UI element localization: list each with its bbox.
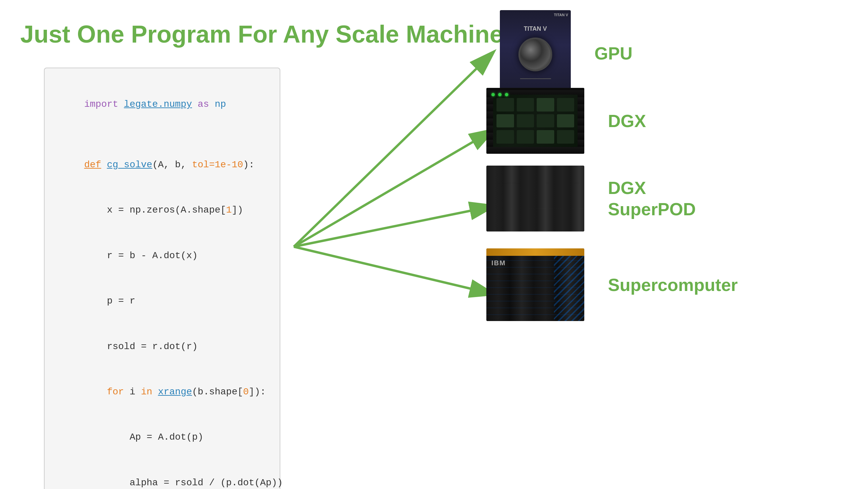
svg-line-1 <box>294 52 493 247</box>
code-line-for: for i in xrange(b.shape[0]): <box>61 369 263 415</box>
code-line-def: def cg_solve(A, b, tol=1e-10): <box>61 142 263 188</box>
svg-line-4 <box>294 247 493 294</box>
svg-line-2 <box>294 130 493 247</box>
code-line-ap: Ap = A.dot(p) <box>61 415 263 460</box>
code-line-r: r = b - A.dot(x) <box>61 233 263 278</box>
gpu-label: GPU <box>594 43 633 64</box>
code-line-x: x = np.zeros(A.shape[1]) <box>61 188 263 233</box>
code-block: import legate.numpy as np def cg_solve(A… <box>44 68 280 489</box>
code-line-rsold: rsold = r.dot(r) <box>61 324 263 369</box>
page-title: Just One Program For Any Scale Machine <box>20 20 503 48</box>
gpu-image: TITAN V ━━━━━━━━━━━━━ <box>500 10 571 96</box>
device-supercomputer-row: IBM Supercomputer <box>486 248 738 321</box>
superpod-image <box>486 166 584 231</box>
supercomputer-label: Supercomputer <box>608 275 738 295</box>
svg-line-3 <box>294 206 493 247</box>
dgx-label: DGX <box>608 111 646 131</box>
dgx-image <box>486 88 584 154</box>
superpod-label: DGXSuperPOD <box>608 177 696 220</box>
device-superpod-row: DGXSuperPOD <box>486 166 696 231</box>
code-line-alpha1: alpha = rsold / (p.dot(Ap)) <box>61 460 263 489</box>
code-line-import: import legate.numpy as np <box>61 82 263 127</box>
device-dgx-row: DGX <box>486 88 646 154</box>
code-line-p: p = r <box>61 278 263 324</box>
device-gpu-row: TITAN V ━━━━━━━━━━━━━ GPU <box>500 10 633 96</box>
code-line-blank1 <box>61 127 263 142</box>
supercomputer-image: IBM <box>486 248 584 321</box>
